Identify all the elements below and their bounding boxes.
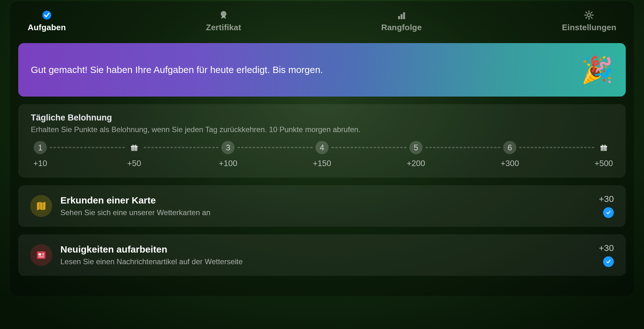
daily-reward-subtitle: Erhalten Sie Punkte als Belohnung, wenn … xyxy=(31,125,613,134)
checkmark-badge-icon xyxy=(42,10,52,20)
svg-rect-3 xyxy=(401,14,402,19)
svg-rect-23 xyxy=(42,255,44,255)
daily-reward-day-number: 1 xyxy=(34,141,47,154)
party-popper-icon: 🎉 xyxy=(581,57,613,83)
svg-line-12 xyxy=(586,17,587,19)
svg-rect-21 xyxy=(38,253,41,256)
task-title: Erkunden einer Karte xyxy=(60,195,591,206)
task-body: Erkunden einer KarteSehen Sie sich eine … xyxy=(60,195,591,217)
svg-rect-4 xyxy=(403,12,405,19)
daily-reward-points: +200 xyxy=(407,159,425,168)
daily-reward-day-number: 3 xyxy=(221,141,235,154)
tab-ranking-label: Rangfolge xyxy=(381,23,422,32)
task-body: Neuigkeiten aufarbeitenLesen Sie einen N… xyxy=(60,244,591,266)
tab-bar: Aufgaben Zertifikat Rangfolge xyxy=(10,1,634,43)
tab-tasks[interactable]: Aufgaben xyxy=(28,10,66,32)
svg-line-11 xyxy=(591,17,592,19)
medal-icon xyxy=(219,10,229,20)
news-icon xyxy=(30,244,52,266)
bar-chart-icon xyxy=(397,10,407,20)
svg-line-10 xyxy=(586,12,587,13)
map-icon xyxy=(30,195,52,217)
daily-reward-connector xyxy=(50,141,125,154)
daily-reward-step: 4+150 xyxy=(313,141,331,168)
daily-reward-points: +500 xyxy=(595,159,613,168)
svg-line-13 xyxy=(591,12,592,13)
daily-reward-connector xyxy=(237,141,313,154)
daily-reward-title: Tägliche Belohnung xyxy=(31,113,613,123)
svg-point-1 xyxy=(221,11,226,17)
tab-certificate-label: Zertifikat xyxy=(206,23,241,32)
task-done-checkmark-icon xyxy=(603,207,614,218)
task-title: Neuigkeiten aufarbeiten xyxy=(60,244,591,255)
task-subtitle: Lesen Sie einen Nachrichtenartikel auf d… xyxy=(60,257,591,266)
daily-reward-track: 1+10+503+1004+1505+2006+300+500 xyxy=(31,141,613,168)
tab-certificate[interactable]: Zertifikat xyxy=(206,10,241,32)
task-subtitle: Sehen Sie sich eine unserer Wetterkarten… xyxy=(60,208,591,217)
task-points: +30 xyxy=(599,194,614,204)
tab-settings[interactable]: Einstellungen xyxy=(562,10,616,32)
daily-reward-day-number: 6 xyxy=(503,141,516,154)
svg-point-0 xyxy=(42,11,51,20)
daily-reward-step: +50 xyxy=(125,141,144,168)
daily-reward-points: +50 xyxy=(127,159,141,168)
daily-reward-step: 1+10 xyxy=(31,141,50,168)
gift-icon xyxy=(128,141,141,154)
gear-icon xyxy=(584,10,594,20)
daily-reward-day-number: 4 xyxy=(315,141,329,154)
task-row[interactable]: Erkunden einer KarteSehen Sie sich eine … xyxy=(18,185,626,227)
tab-settings-label: Einstellungen xyxy=(562,23,616,32)
daily-reward-points: +150 xyxy=(313,159,331,168)
daily-reward-points: +300 xyxy=(501,159,519,168)
daily-reward-connector xyxy=(331,141,407,154)
daily-reward-connector xyxy=(144,141,219,154)
completion-banner: Gut gemacht! Sie haben Ihre Aufgaben für… xyxy=(18,43,626,97)
daily-reward-day-number: 5 xyxy=(409,141,423,154)
svg-rect-19 xyxy=(603,146,604,151)
daily-reward-points: +10 xyxy=(33,159,47,168)
svg-point-5 xyxy=(587,14,591,17)
daily-reward-step: 3+100 xyxy=(219,141,237,168)
svg-rect-2 xyxy=(398,16,400,19)
daily-reward-points: +100 xyxy=(219,159,237,168)
daily-reward-connector xyxy=(519,141,594,154)
task-points: +30 xyxy=(599,243,614,253)
tab-ranking[interactable]: Rangfolge xyxy=(381,10,422,32)
daily-reward-connector xyxy=(425,141,501,154)
gift-icon xyxy=(597,141,610,154)
task-list: Erkunden einer KarteSehen Sie sich eine … xyxy=(10,185,634,276)
completion-banner-text: Gut gemacht! Sie haben Ihre Aufgaben für… xyxy=(31,64,323,75)
rewards-panel: Aufgaben Zertifikat Rangfolge xyxy=(10,1,634,296)
daily-reward-step: 6+300 xyxy=(500,141,519,168)
svg-rect-24 xyxy=(38,257,44,257)
task-right: +30 xyxy=(599,194,614,218)
daily-reward-step: +500 xyxy=(594,141,613,168)
tab-tasks-label: Aufgaben xyxy=(28,23,66,32)
svg-rect-22 xyxy=(42,253,44,254)
task-right: +30 xyxy=(599,243,614,267)
svg-rect-16 xyxy=(134,146,135,151)
daily-reward-card: Tägliche Belohnung Erhalten Sie Punkte a… xyxy=(18,104,626,178)
task-row[interactable]: Neuigkeiten aufarbeitenLesen Sie einen N… xyxy=(18,234,626,276)
task-done-checkmark-icon xyxy=(603,256,614,267)
daily-reward-step: 5+200 xyxy=(407,141,425,168)
